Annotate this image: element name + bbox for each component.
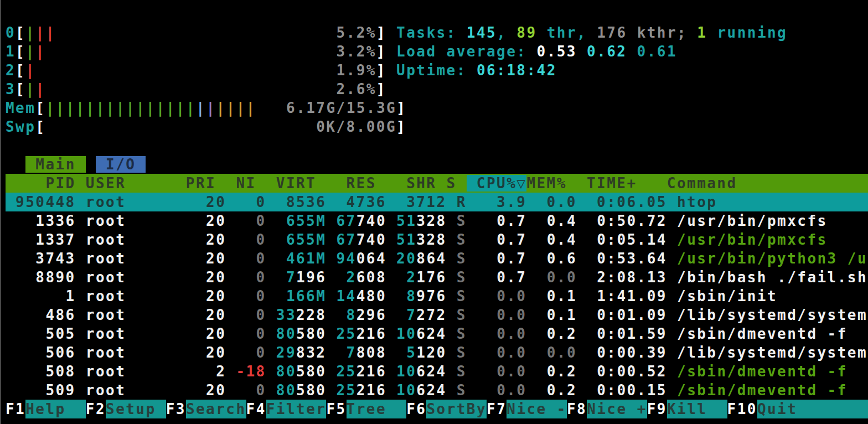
process-cell-text: 0.2 <box>526 382 577 399</box>
column-headers-right[interactable]: MEM% TIME+ Command <box>526 175 737 192</box>
tasks-text: Tasks: <box>396 24 467 41</box>
process-cell-text: 580 <box>296 325 326 342</box>
meter-bar-green-icon: | <box>136 100 146 116</box>
cpu-1-value: 3.2% <box>336 43 376 60</box>
load-average-text: 0.62 <box>587 43 637 60</box>
process-cell-text <box>326 307 346 323</box>
column-header-cpu-sort[interactable]: CPU%▽ <box>467 175 527 192</box>
fkey-f10[interactable]: F10Quit <box>727 400 868 418</box>
process-cell-text: /usr/bin/python3 /u <box>677 250 867 267</box>
tab-bar: Main I/O <box>6 155 868 174</box>
fkey-f8[interactable]: F8Nice + <box>567 400 647 418</box>
meter-bar-purple-icon: | <box>206 100 216 116</box>
process-cell-text: 328 <box>416 231 446 248</box>
tab-io[interactable]: I/O <box>96 156 146 173</box>
process-cell-text <box>266 344 276 361</box>
blank-line-mid <box>6 136 868 155</box>
fkey-number-f3: F3 <box>166 400 186 418</box>
process-row-509[interactable]: 509 root 20 0 80580 25216 10624 S 0.0 0.… <box>6 381 868 400</box>
process-cell-text <box>326 269 346 286</box>
process-row-8890[interactable]: 8890 root 20 0 7196 2608 2176 S 0.7 0.0 … <box>6 268 868 287</box>
meter-bar-green-icon: | <box>156 100 166 116</box>
meter-bar-green-icon: | <box>186 100 196 116</box>
process-cell-text: 0:00.39 <box>577 344 677 361</box>
process-row-3743[interactable]: 3743 root 20 0 461M 94064 20864 S 0.7 0.… <box>6 249 868 268</box>
meter-bar-green-icon: | <box>56 100 66 116</box>
meter-empty-space <box>256 100 286 116</box>
meter-bar-green-icon: | <box>25 81 35 97</box>
process-cell-text <box>447 231 457 248</box>
meter-empty-space <box>56 24 337 41</box>
process-row-506[interactable]: 506 root 20 0 29832 7808 5120 S 0.0 0.0 … <box>6 343 868 362</box>
process-row-1[interactable]: 1 root 20 0 166M 14480 8976 S 0.0 0.1 1:… <box>6 287 868 306</box>
process-cell-text: 1:41.09 <box>577 288 677 304</box>
process-cell-text <box>266 325 276 342</box>
meter-open-bracket: [ <box>16 81 25 97</box>
process-cell-text: 10 <box>396 363 416 380</box>
load-average-text: Load average: <box>396 43 536 60</box>
fkey-f6[interactable]: F6SortBy <box>406 400 487 418</box>
meter-bar-orange-icon: | <box>216 100 226 116</box>
uptime-text: 06:18:42 <box>477 62 557 79</box>
meter-bar-green-icon: | <box>86 100 96 116</box>
process-cell-text <box>386 288 406 304</box>
process-row-950448[interactable]: 950448 root 20 0 8536 4736 3712 R 3.9 0.… <box>6 193 868 211</box>
process-cell-text: 0 <box>236 325 266 342</box>
fkey-number-f2: F2 <box>86 400 106 418</box>
process-cell-text: 0 <box>236 250 266 267</box>
load-average-text: 0.53 <box>537 43 587 60</box>
process-row-1336[interactable]: 1336 root 20 0 655M 67740 51328 S 0.7 0.… <box>6 211 868 230</box>
meter-bar-orange-icon: | <box>246 100 256 116</box>
meter-close-bracket: ] <box>396 100 406 116</box>
fkey-number-f7: F7 <box>487 400 507 418</box>
fkey-action-f9: Kill <box>667 400 727 418</box>
tasks-text: 1 <box>697 24 707 41</box>
tasks-text: 145 <box>467 24 497 41</box>
meter-bar-red-icon: | <box>35 24 45 41</box>
meter-open-bracket: [ <box>16 62 25 79</box>
tab-gap <box>86 156 96 173</box>
process-cell-text: 461M <box>276 250 327 267</box>
process-cell-text: 0.1 <box>526 288 577 304</box>
process-cell-text: 7 <box>347 344 356 361</box>
process-cell-text: 14 <box>336 288 356 304</box>
fkey-f9[interactable]: F9Kill <box>647 400 727 418</box>
fkey-f7[interactable]: F7Nice - <box>487 400 567 418</box>
meter-bar-green-icon: | <box>45 100 55 116</box>
process-cell-text: 8890 root 20 <box>6 269 236 286</box>
process-cell-text: /sbin/init <box>677 288 777 304</box>
process-cell-text: 228 <box>296 307 326 323</box>
process-cell-text: 0.2 <box>526 363 577 380</box>
table-header: PID USER PRI NI VIRT RES SHR S CPU%▽MEM%… <box>6 174 868 193</box>
fkey-f1[interactable]: F1Help <box>6 400 86 418</box>
process-cell-text: 0.4 <box>526 213 577 229</box>
fkey-f4[interactable]: F4Filter <box>246 400 327 418</box>
process-cell-text: 655M <box>276 213 327 229</box>
fkey-f2[interactable]: F2Setup <box>86 400 166 418</box>
process-cell-text: 3743 root 20 <box>6 250 236 267</box>
process-row-505[interactable]: 505 root 20 0 80580 25216 10624 S 0.0 0.… <box>6 324 868 343</box>
process-cell-text <box>266 288 276 304</box>
process-cell-text: 0:00.52 <box>577 363 677 380</box>
meter-close-bracket: ] <box>376 81 386 97</box>
tasks-text: thr <box>537 24 577 41</box>
process-cell-text: 216 <box>356 363 386 380</box>
process-cell-text <box>447 363 457 380</box>
process-row-486[interactable]: 486 root 20 0 33228 8296 7272 S 0.0 0.1 … <box>6 306 868 324</box>
gap <box>386 62 396 79</box>
process-cell-text <box>447 250 457 267</box>
process-cell-text: 20 <box>396 250 416 267</box>
process-cell-text: 80 <box>276 325 296 342</box>
process-row-508[interactable]: 508 root 2 -18 80580 25216 10624 S 0.0 0… <box>6 362 868 381</box>
tab-main[interactable]: Main <box>25 156 86 173</box>
mem-label: Mem <box>6 100 35 116</box>
fkey-f5[interactable]: F5Tree <box>326 400 406 418</box>
process-cell-text: 0.2 <box>526 325 577 342</box>
process-row-1337[interactable]: 1337 root 20 0 655M 67740 51328 S 0.7 0.… <box>6 230 868 249</box>
fkey-f3[interactable]: F3Search <box>166 400 246 418</box>
process-cell-text <box>266 363 276 380</box>
process-cell-text: 0.0 <box>526 344 577 361</box>
column-headers-left[interactable]: PID USER PRI NI VIRT RES SHR S <box>6 175 467 192</box>
fkey-action-f3: Search <box>186 400 246 418</box>
meter-close-bracket: ] <box>376 43 386 60</box>
